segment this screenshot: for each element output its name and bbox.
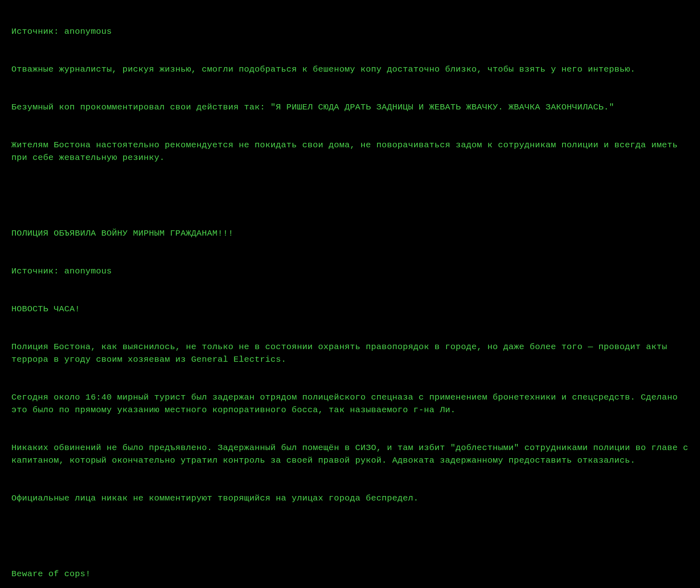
terminal-output: Источник: anonymous Отважные журналисты,… [0, 0, 700, 588]
text-line: Источник: anonymous [11, 25, 689, 38]
text-line: Полиция Бостона, как выяснилось, не толь… [11, 341, 689, 366]
text-line: Жителям Бостона настоятельно рекомендует… [11, 139, 689, 164]
text-line: Сегодня около 16:40 мирный турист был за… [11, 391, 689, 416]
headline: ПОЛИЦИЯ ОБЪЯВИЛА ВОЙНУ МИРНЫМ ГРАЖДАНАМ!… [11, 227, 689, 240]
text-line: Официальные лица никак не комментируют т… [11, 492, 689, 505]
headline: Beware of cops! [11, 568, 689, 580]
headline: НОВОСТЬ ЧАСА! [11, 303, 689, 315]
text-line: Безумный коп прокомментировал свои дейст… [11, 101, 689, 114]
blank-line [11, 530, 689, 542]
text-line: Отважные журналисты, рискуя жизнью, смог… [11, 63, 689, 76]
text-line: Никаких обвинений не было предъявлено. З… [11, 442, 689, 467]
text-line: Источник: anonymous [11, 265, 689, 278]
blank-line [11, 189, 689, 202]
